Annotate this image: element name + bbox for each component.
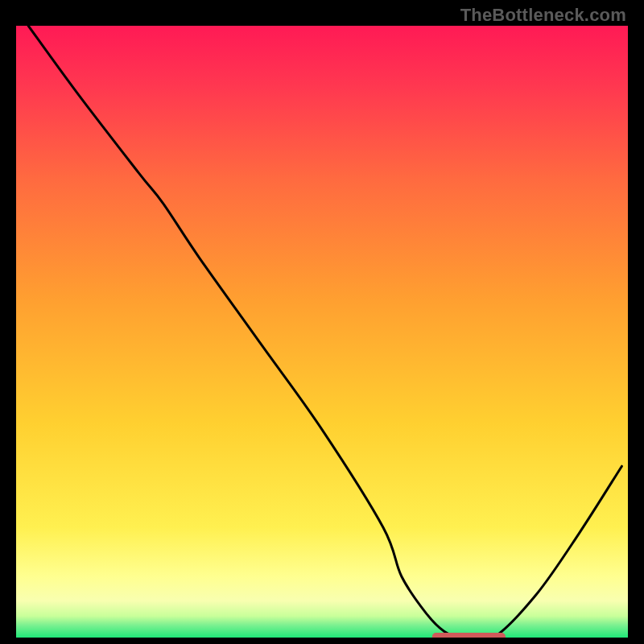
gradient-background: [16, 26, 628, 638]
watermark-text: TheBottleneck.com: [460, 5, 626, 26]
bottleneck-chart: [16, 26, 628, 638]
chart-frame: [16, 26, 628, 638]
optimal-range-marker: [432, 633, 506, 638]
